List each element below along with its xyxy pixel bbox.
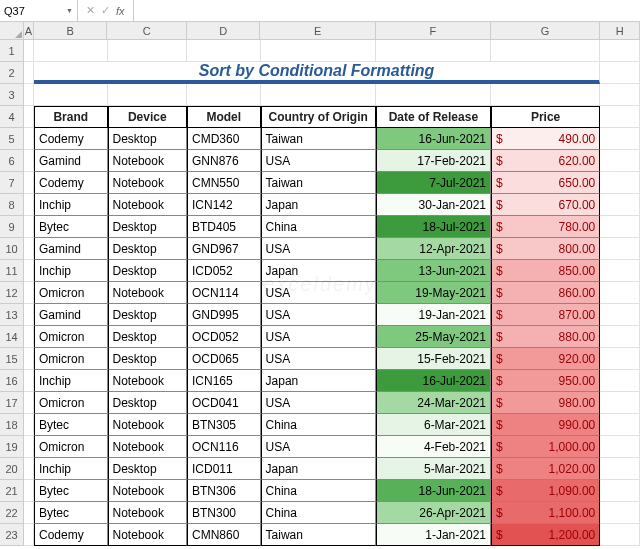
cell-brand[interactable]: Omicron	[34, 392, 108, 414]
cell-device[interactable]: Notebook	[108, 150, 187, 172]
cell-brand[interactable]: Bytec	[34, 414, 108, 436]
cell-device[interactable]: Desktop	[108, 216, 187, 238]
col-header-device[interactable]: Device	[108, 106, 187, 128]
row-header-20[interactable]: 20	[0, 458, 24, 480]
col-header-model[interactable]: Model	[187, 106, 261, 128]
cell-date[interactable]: 19-May-2021	[376, 282, 491, 304]
col-header-B[interactable]: B	[34, 22, 108, 39]
cell-price[interactable]: $950.00	[491, 370, 600, 392]
cell-country[interactable]: China	[261, 414, 376, 436]
cell-brand[interactable]: Codemy	[34, 172, 108, 194]
sheet-body[interactable]: Sort by Conditional Formatting Brand Dev…	[24, 40, 640, 546]
cell-model[interactable]: OCD041	[187, 392, 261, 414]
cell-price[interactable]: $920.00	[491, 348, 600, 370]
cell-model[interactable]: CMN860	[187, 524, 261, 546]
cell-date[interactable]: 19-Jan-2021	[376, 304, 491, 326]
cell-device[interactable]: Desktop	[108, 392, 187, 414]
row-header-16[interactable]: 16	[0, 370, 24, 392]
table-row[interactable]: InchipNotebookICN165Japan16-Jul-2021$950…	[24, 370, 640, 392]
cell-date[interactable]: 16-Jul-2021	[376, 370, 491, 392]
cell-brand[interactable]: Inchip	[34, 260, 108, 282]
cell-model[interactable]: BTN300	[187, 502, 261, 524]
row-header-6[interactable]: 6	[0, 150, 24, 172]
cell-model[interactable]: GND995	[187, 304, 261, 326]
cell-price[interactable]: $1,020.00	[491, 458, 600, 480]
cell-date[interactable]: 25-May-2021	[376, 326, 491, 348]
cell-country[interactable]: USA	[261, 436, 376, 458]
table-row[interactable]: CodemyDesktopCMD360Taiwan16-Jun-2021$490…	[24, 128, 640, 150]
cell-price[interactable]: $880.00	[491, 326, 600, 348]
table-row[interactable]: CodemyNotebookCMN860Taiwan1-Jan-2021$1,2…	[24, 524, 640, 546]
cell-device[interactable]: Desktop	[108, 348, 187, 370]
row-header-8[interactable]: 8	[0, 194, 24, 216]
cell-device[interactable]: Notebook	[108, 414, 187, 436]
cell-country[interactable]: Taiwan	[261, 172, 376, 194]
row-header-23[interactable]: 23	[0, 524, 24, 546]
row-header-5[interactable]: 5	[0, 128, 24, 150]
cell-country[interactable]: China	[261, 480, 376, 502]
cell-date[interactable]: 15-Feb-2021	[376, 348, 491, 370]
cell-device[interactable]: Desktop	[108, 128, 187, 150]
cell-device[interactable]: Notebook	[108, 480, 187, 502]
cell-date[interactable]: 18-Jun-2021	[376, 480, 491, 502]
table-row[interactable]: GamindNotebookGNN876USA17-Feb-2021$620.0…	[24, 150, 640, 172]
cell-country[interactable]: Japan	[261, 260, 376, 282]
cell-country[interactable]: China	[261, 216, 376, 238]
cell-country[interactable]: USA	[261, 304, 376, 326]
cell-model[interactable]: ICD052	[187, 260, 261, 282]
cell-price[interactable]: $1,090.00	[491, 480, 600, 502]
cell-date[interactable]: 12-Apr-2021	[376, 238, 491, 260]
cell-device[interactable]: Desktop	[108, 458, 187, 480]
cell-date[interactable]: 18-Jul-2021	[376, 216, 491, 238]
col-header-C[interactable]: C	[107, 22, 186, 39]
select-all-corner[interactable]	[0, 22, 24, 40]
row-header-4[interactable]: 4	[0, 106, 24, 128]
table-row[interactable]: BytecNotebookBTN306China18-Jun-2021$1,09…	[24, 480, 640, 502]
col-header-brand[interactable]: Brand	[34, 106, 108, 128]
cell-brand[interactable]: Bytec	[34, 216, 108, 238]
table-row[interactable]: OmicronNotebookOCN114USA19-May-2021$860.…	[24, 282, 640, 304]
cell-price[interactable]: $670.00	[491, 194, 600, 216]
table-row[interactable]: InchipNotebookICN142Japan30-Jan-2021$670…	[24, 194, 640, 216]
cell-device[interactable]: Desktop	[108, 304, 187, 326]
cell-device[interactable]: Notebook	[108, 524, 187, 546]
row-header-10[interactable]: 10	[0, 238, 24, 260]
cell-date[interactable]: 16-Jun-2021	[376, 128, 491, 150]
table-row[interactable]: GamindDesktopGND995USA19-Jan-2021$870.00	[24, 304, 640, 326]
col-header-D[interactable]: D	[187, 22, 261, 39]
cell-price[interactable]: $800.00	[491, 238, 600, 260]
row-header-19[interactable]: 19	[0, 436, 24, 458]
cell-price[interactable]: $1,000.00	[491, 436, 600, 458]
table-row[interactable]: InchipDesktopICD011Japan5-Mar-2021$1,020…	[24, 458, 640, 480]
row-header-9[interactable]: 9	[0, 216, 24, 238]
row-header-22[interactable]: 22	[0, 502, 24, 524]
cell-country[interactable]: China	[261, 502, 376, 524]
cell-price[interactable]: $620.00	[491, 150, 600, 172]
row-header-1[interactable]: 1	[0, 40, 24, 62]
cell-brand[interactable]: Gamind	[34, 238, 108, 260]
cell-device[interactable]: Desktop	[108, 238, 187, 260]
cell-brand[interactable]: Inchip	[34, 370, 108, 392]
row-header-21[interactable]: 21	[0, 480, 24, 502]
cell-price[interactable]: $650.00	[491, 172, 600, 194]
cell-brand[interactable]: Codemy	[34, 128, 108, 150]
cell-model[interactable]: ICD011	[187, 458, 261, 480]
col-header-H[interactable]: H	[600, 22, 640, 39]
cell-brand[interactable]: Omicron	[34, 282, 108, 304]
cell-brand[interactable]: Omicron	[34, 436, 108, 458]
cell-price[interactable]: $860.00	[491, 282, 600, 304]
row-header-11[interactable]: 11	[0, 260, 24, 282]
row-header-14[interactable]: 14	[0, 326, 24, 348]
cell-date[interactable]: 13-Jun-2021	[376, 260, 491, 282]
cell-model[interactable]: GNN876	[187, 150, 261, 172]
cell-date[interactable]: 7-Jul-2021	[376, 172, 491, 194]
row-header-18[interactable]: 18	[0, 414, 24, 436]
table-row[interactable]: OmicronDesktopOCD052USA25-May-2021$880.0…	[24, 326, 640, 348]
cell-country[interactable]: USA	[261, 348, 376, 370]
cell-country[interactable]: Japan	[261, 458, 376, 480]
cell-device[interactable]: Notebook	[108, 282, 187, 304]
col-header-A[interactable]: A	[24, 22, 34, 39]
cell-date[interactable]: 30-Jan-2021	[376, 194, 491, 216]
row-header-3[interactable]: 3	[0, 84, 24, 106]
cell-country[interactable]: Taiwan	[261, 524, 376, 546]
